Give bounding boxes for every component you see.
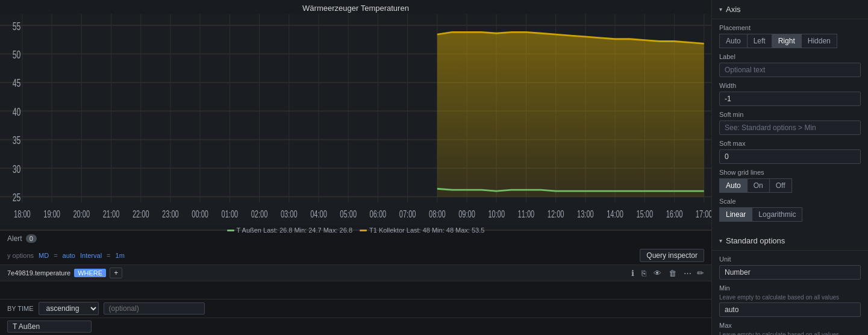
query-inspector-button[interactable]: Query inspector <box>640 249 704 262</box>
label-field: Label <box>712 48 868 77</box>
grid-lines-label: Show grid lines <box>719 169 861 176</box>
svg-text:03:00: 03:00 <box>281 208 298 219</box>
by-time-row: BY TIME ascending descending <box>0 299 711 318</box>
chart-legend: T Außen Last: 26.8 Min: 24.7 Max: 26.8 T… <box>0 225 711 236</box>
query-row-icons: ℹ ⎘ 👁 🗑 ⋯ ✏ <box>629 268 704 278</box>
placement-button-group: Auto Left Right Hidden <box>719 34 861 48</box>
min-label: Min <box>719 284 861 292</box>
svg-text:18:00: 18:00 <box>14 208 31 219</box>
right-panel: ▾ Axis Placement Auto Left Right Hidden … <box>711 0 868 335</box>
optional-input[interactable] <box>104 302 205 315</box>
svg-text:25: 25 <box>13 192 21 204</box>
main-area: Wärmeerzeuger Temperaturen <box>0 0 711 335</box>
interval-separator: = <box>107 252 110 259</box>
svg-marker-63 <box>437 32 704 196</box>
svg-text:12:00: 12:00 <box>548 208 564 219</box>
query-info-icon[interactable]: ℹ <box>629 268 636 278</box>
legend-color-t-aussen <box>227 230 234 231</box>
scale-logarithmic-btn[interactable]: Logarithmic <box>752 207 802 222</box>
alias-input[interactable] <box>7 321 92 333</box>
axis-chevron-icon: ▾ <box>719 6 722 13</box>
soft-min-input[interactable] <box>719 121 861 135</box>
svg-text:07:00: 07:00 <box>399 208 416 219</box>
placement-left-btn[interactable]: Left <box>747 34 772 48</box>
svg-text:05:00: 05:00 <box>340 208 357 219</box>
svg-text:23:00: 23:00 <box>162 208 179 219</box>
width-label: Width <box>719 82 861 89</box>
svg-text:09:00: 09:00 <box>458 208 475 219</box>
svg-text:14:00: 14:00 <box>607 208 623 219</box>
svg-text:20:00: 20:00 <box>73 208 90 219</box>
svg-text:04:00: 04:00 <box>310 208 327 219</box>
query-where-tag: WHERE <box>74 269 106 277</box>
svg-text:19:00: 19:00 <box>43 208 60 219</box>
svg-text:50: 50 <box>13 48 21 60</box>
max-desc: Leave empty to calculate based on all va… <box>719 331 861 335</box>
interval-label: Interval <box>80 252 102 259</box>
scale-linear-btn[interactable]: Linear <box>719 207 752 222</box>
query-more-icon[interactable]: ⋯ <box>682 268 693 278</box>
query-copy-icon[interactable]: ⎘ <box>640 268 648 278</box>
max-field: Max Leave empty to calculate based on al… <box>712 317 868 335</box>
svg-text:00:00: 00:00 <box>192 208 208 219</box>
grid-auto-btn[interactable]: Auto <box>719 178 747 193</box>
svg-text:45: 45 <box>13 77 21 89</box>
grid-lines-button-group: Auto On Off <box>719 178 861 193</box>
chart-area: 55 50 45 40 35 30 25 18:00 19:00 20:00 2… <box>0 14 711 225</box>
query-edit-button[interactable]: ✏ <box>697 268 704 278</box>
standard-section-title: Standard options <box>726 236 785 245</box>
axis-section-title: Axis <box>726 5 741 14</box>
md-separator: = <box>54 252 57 259</box>
grid-off-btn[interactable]: Off <box>769 178 792 193</box>
unit-input[interactable] <box>719 265 861 280</box>
standard-chevron-icon: ▾ <box>719 237 722 244</box>
min-desc: Leave empty to calculate based on all va… <box>719 294 861 301</box>
query-metric: 7e49819.temperature <box>7 269 70 277</box>
min-input[interactable] <box>719 302 861 317</box>
grid-on-btn[interactable]: On <box>747 178 769 193</box>
min-field: Min Leave empty to calculate based on al… <box>712 280 868 317</box>
query-options-bar: y options MD = auto Interval = 1m Query … <box>0 246 711 265</box>
soft-min-field: Soft min <box>712 106 868 135</box>
svg-text:16:00: 16:00 <box>666 208 683 219</box>
interval-value: 1m <box>116 252 125 259</box>
alias-row <box>0 318 711 335</box>
legend-label-t-aussen: T Außen Last: 26.8 Min: 24.7 Max: 26.8 <box>237 227 352 234</box>
ascending-select[interactable]: ascending descending <box>39 302 99 315</box>
chart-svg: 55 50 45 40 35 30 25 18:00 19:00 20:00 2… <box>0 14 711 225</box>
svg-text:13:00: 13:00 <box>577 208 594 219</box>
query-trash-icon[interactable]: 🗑 <box>667 268 678 278</box>
placement-field: Placement Auto Left Right Hidden <box>712 19 868 48</box>
axis-section-header[interactable]: ▾ Axis <box>712 0 868 19</box>
soft-min-label: Soft min <box>719 111 861 118</box>
svg-text:30: 30 <box>13 163 21 175</box>
legend-item-t-aussen: T Außen Last: 26.8 Min: 24.7 Max: 26.8 <box>227 227 352 234</box>
placement-auto-btn[interactable]: Auto <box>719 34 747 48</box>
query-add-button[interactable]: + <box>110 268 122 278</box>
svg-text:40: 40 <box>13 105 21 117</box>
legend-label-t1-kollektor: T1 Kollektor Last: 48 Min: 48 Max: 53.5 <box>369 227 484 234</box>
axis-label-input[interactable] <box>719 63 861 77</box>
grid-lines-field: Show grid lines Auto On Off <box>712 164 868 193</box>
svg-text:22:00: 22:00 <box>133 208 149 219</box>
placement-right-btn[interactable]: Right <box>772 34 801 48</box>
axis-section-content: Placement Auto Left Right Hidden Label W… <box>712 19 868 227</box>
scale-field: Scale Linear Logarithmic <box>712 193 868 222</box>
soft-max-input[interactable] <box>719 149 861 164</box>
placement-label: Placement <box>719 24 861 31</box>
chart-title: Wärmeerzeuger Temperaturen <box>0 0 711 14</box>
svg-text:17:00: 17:00 <box>696 208 711 219</box>
bottom-panel: Alert 0 y options MD = auto Interval = 1… <box>0 230 711 335</box>
standard-options-header[interactable]: ▾ Standard options <box>712 231 868 251</box>
max-label: Max <box>719 322 861 329</box>
standard-options-content: Unit Min Leave empty to calculate based … <box>712 251 868 335</box>
width-input[interactable] <box>719 92 861 106</box>
svg-text:21:00: 21:00 <box>103 208 120 219</box>
query-eye-icon[interactable]: 👁 <box>652 268 663 278</box>
md-label: MD <box>39 252 49 259</box>
width-field: Width <box>712 77 868 106</box>
svg-text:01:00: 01:00 <box>222 208 239 219</box>
svg-text:11:00: 11:00 <box>518 208 535 219</box>
placement-hidden-btn[interactable]: Hidden <box>801 34 837 48</box>
soft-max-field: Soft max <box>712 135 868 164</box>
